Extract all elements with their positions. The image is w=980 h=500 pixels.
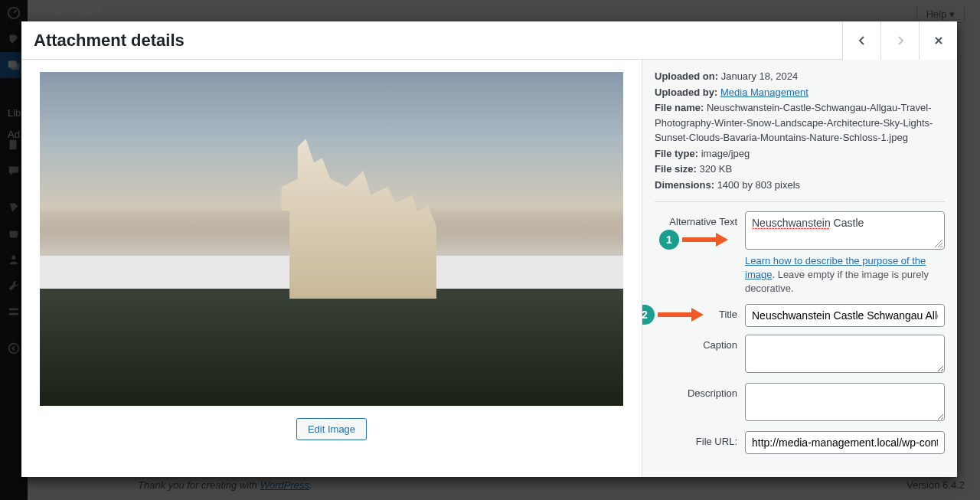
dimensions-value: 1400 by 803 pixels (717, 179, 800, 191)
attachment-details-modal: Attachment details Edit Image Uploaded (21, 21, 957, 477)
uploaded-by-link[interactable]: Media Management (720, 87, 808, 98)
title-input[interactable] (745, 304, 945, 327)
edit-image-button[interactable]: Edit Image (296, 418, 367, 440)
alt-text-label: Alternative Text (655, 211, 745, 227)
next-attachment-button[interactable] (880, 21, 919, 60)
alt-text-help: Learn how to describe the purpose of the… (745, 254, 945, 296)
attachment-info-sidebar: Uploaded on: January 18, 2024 Uploaded b… (642, 60, 957, 477)
file-url-input[interactable] (745, 431, 945, 454)
modal-title: Attachment details (34, 31, 842, 51)
alt-text-input[interactable]: Neuschwanstein Castle (745, 211, 945, 250)
uploaded-on-value: January 18, 2024 (721, 70, 798, 82)
attachment-image (40, 72, 623, 406)
file-url-label: File URL: (655, 431, 745, 447)
title-label: Title (655, 304, 745, 320)
file-type-value: image/jpeg (701, 148, 750, 159)
caption-label: Caption (655, 335, 745, 351)
media-preview-panel: Edit Image (21, 60, 642, 477)
close-modal-button[interactable] (919, 21, 957, 60)
description-input[interactable] (745, 383, 945, 421)
caption-input[interactable] (745, 335, 945, 373)
description-label: Description (655, 383, 745, 399)
prev-attachment-button[interactable] (842, 21, 880, 60)
file-size-value: 320 KB (700, 163, 733, 175)
annotation-badge-2: 2 (642, 305, 655, 325)
modal-header: Attachment details (21, 21, 957, 60)
